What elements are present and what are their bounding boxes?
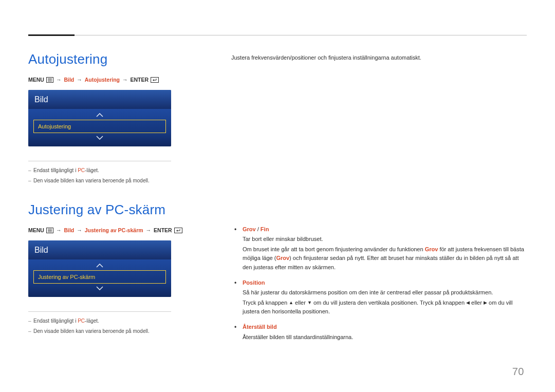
arrow-icon: → bbox=[77, 227, 82, 233]
feature-desc: Så här justerar du datorskärmens positio… bbox=[243, 288, 527, 297]
divider bbox=[28, 311, 171, 312]
breadcrumb: MENU → Bild → Justering av PC-skärm → EN… bbox=[28, 227, 203, 233]
horizontal-rule-accent bbox=[28, 34, 75, 36]
text: Om bruset inte går att ta bort genom fin… bbox=[243, 246, 425, 252]
osd-menu-title: Bild bbox=[28, 90, 171, 109]
breadcrumb-enter: ENTER bbox=[131, 77, 149, 83]
note-text: -läget. bbox=[85, 318, 99, 324]
text: eller bbox=[470, 300, 484, 306]
feature-label-fin: Fin bbox=[261, 226, 269, 232]
triangle-left-icon: ◀ bbox=[466, 299, 470, 306]
breadcrumb: MENU → Bild → Autojustering → ENTER bbox=[28, 77, 203, 83]
note-text: Endast tillgängligt i bbox=[33, 167, 78, 173]
section-pc-skarm: Justering av PC-skärm MENU → Bild → Just… bbox=[28, 202, 203, 335]
horizontal-rule bbox=[28, 35, 527, 35]
label-separator: / bbox=[256, 226, 261, 232]
arrow-icon: → bbox=[77, 77, 82, 83]
chevron-down-icon bbox=[96, 285, 103, 291]
osd-menu-item-selected[interactable]: Autojustering bbox=[33, 120, 166, 133]
arrow-icon: → bbox=[122, 77, 128, 83]
arrow-icon: → bbox=[56, 77, 62, 83]
note-text: Endast tillgängligt i bbox=[33, 318, 78, 324]
arrow-icon: → bbox=[146, 227, 152, 233]
inline-grov: Grov bbox=[425, 246, 438, 252]
osd-menu-item-selected[interactable]: Justering av PC-skärm bbox=[33, 270, 166, 284]
menu-icon bbox=[46, 77, 53, 83]
feature-label-grov: Grov bbox=[243, 226, 256, 232]
text: om du vill justera den vertikala positio… bbox=[312, 300, 466, 306]
feature-item-aterstall: Återställ bild Återställer bilden till s… bbox=[231, 323, 527, 342]
osd-menu-panel: Bild Autojustering bbox=[28, 90, 171, 146]
note-line: Den visade bilden kan variera beroende p… bbox=[28, 327, 203, 335]
menu-icon bbox=[46, 228, 53, 233]
divider bbox=[28, 161, 171, 161]
note-mode: PC bbox=[78, 167, 85, 173]
breadcrumb-menu: MENU bbox=[28, 227, 44, 233]
feature-list: Grov / Fin Tar bort eller minskar bildbr… bbox=[231, 225, 527, 342]
breadcrumb-seg-bild: Bild bbox=[64, 77, 74, 83]
breadcrumb-menu: MENU bbox=[28, 77, 44, 83]
feature-desc: Tar bort eller minskar bildbruset. bbox=[243, 235, 527, 244]
section-heading-autojustering: Autojustering bbox=[28, 51, 203, 67]
feature-desc: Tryck på knappen ▲ eller ▼ om du vill ju… bbox=[243, 298, 527, 316]
osd-menu-panel: Bild Justering av PC-skärm bbox=[28, 240, 171, 297]
note-text: -läget. bbox=[85, 167, 99, 173]
enter-icon bbox=[174, 228, 182, 233]
feature-item-position: Position Så här justerar du datorskärmen… bbox=[231, 278, 527, 316]
breadcrumb-seg-bild: Bild bbox=[64, 227, 74, 233]
osd-menu-body: Justering av PC-skärm bbox=[28, 259, 171, 297]
triangle-down-icon: ▼ bbox=[307, 299, 312, 306]
right-column: Justera frekvensvärden/positioner och fi… bbox=[231, 53, 527, 348]
note-line: Endast tillgängligt i PC-läget. bbox=[28, 166, 203, 174]
chevron-up-icon bbox=[96, 112, 103, 118]
feature-label-aterstall: Återställ bild bbox=[243, 324, 277, 330]
osd-menu-title: Bild bbox=[28, 240, 171, 259]
triangle-up-icon: ▲ bbox=[289, 299, 293, 306]
arrow-icon: → bbox=[56, 227, 62, 233]
chevron-down-icon bbox=[96, 135, 103, 141]
left-column: Autojustering MENU → Bild → Autojusterin… bbox=[28, 51, 203, 338]
note-line: Den visade bilden kan variera beroende p… bbox=[28, 177, 203, 184]
note-mode: PC bbox=[78, 318, 85, 324]
feature-desc: Om bruset inte går att ta bort genom fin… bbox=[243, 245, 527, 272]
inline-grov: Grov bbox=[276, 255, 289, 261]
text: eller bbox=[293, 300, 307, 306]
note-line: Endast tillgängligt i PC-läget. bbox=[28, 317, 203, 325]
triangle-right-icon: ▶ bbox=[484, 299, 487, 306]
chevron-up-icon bbox=[96, 263, 103, 269]
enter-icon bbox=[151, 77, 159, 83]
feature-desc: Återställer bilden till standardinställn… bbox=[243, 333, 527, 342]
breadcrumb-seg-pcskarm: Justering av PC-skärm bbox=[85, 227, 143, 233]
breadcrumb-seg-autojustering: Autojustering bbox=[85, 77, 120, 83]
intro-text: Justera frekvensvärden/positioner och fi… bbox=[231, 53, 527, 63]
feature-label-position: Position bbox=[243, 279, 265, 286]
breadcrumb-enter: ENTER bbox=[154, 227, 172, 233]
page-number: 70 bbox=[512, 366, 524, 378]
osd-menu-body: Autojustering bbox=[28, 109, 171, 146]
text: Tryck på knappen bbox=[243, 300, 289, 306]
section-heading-pc-skarm: Justering av PC-skärm bbox=[28, 202, 203, 218]
feature-item-grov-fin: Grov / Fin Tar bort eller minskar bildbr… bbox=[231, 225, 527, 272]
